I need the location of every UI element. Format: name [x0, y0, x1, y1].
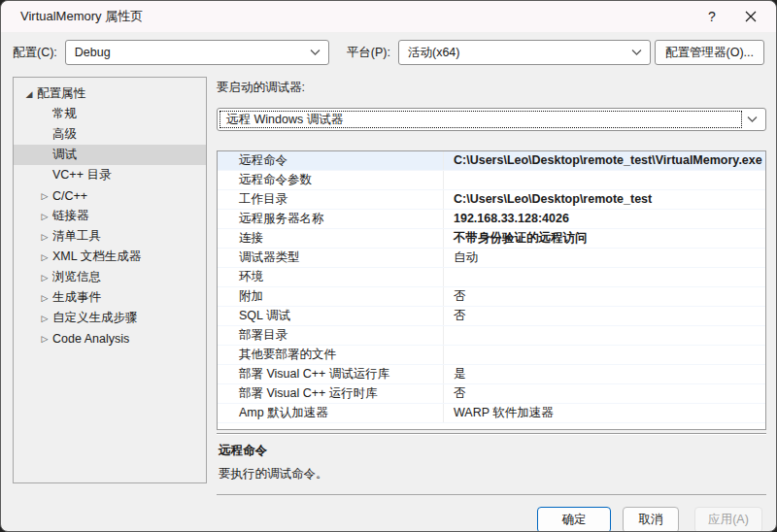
debugger-dropdown[interactable]: 远程 Windows 调试器 [217, 108, 766, 131]
tree-item-6[interactable]: ▷清单工具 [14, 226, 206, 247]
tree-item-10[interactable]: ▷自定义生成步骤 [14, 308, 206, 328]
property-name: 远程命令 [218, 151, 444, 170]
property-name: 工作目录 [218, 190, 444, 209]
tree-item-5[interactable]: ▷链接器 [14, 206, 206, 226]
property-grid: 远程命令C:\Users\Leo\Desktop\remote_test\Vir… [217, 150, 766, 430]
property-value[interactable]: 192.168.33.128:4026 [444, 210, 765, 228]
tree-item-label: 浏览信息 [52, 269, 101, 285]
configuration-toolbar: 配置(C): Debug 平台(P): 活动(x64) 配置管理器(O)... [1, 32, 776, 73]
property-row[interactable]: SQL 调试否 [218, 307, 765, 326]
dialog-title: VirtualMemory 属性页 [1, 8, 693, 25]
tree-item-2[interactable]: 调试 [14, 145, 206, 165]
tree-item-label: 生成事件 [52, 289, 101, 306]
tree-item-9[interactable]: ▷生成事件 [14, 287, 206, 308]
property-name: Amp 默认加速器 [218, 404, 444, 422]
chevron-down-icon [310, 50, 321, 56]
tree-item-label: 自定义生成步骤 [52, 310, 138, 326]
property-name: SQL 调试 [218, 307, 444, 325]
expander-collapsed-icon[interactable]: ▷ [37, 273, 52, 283]
expander-collapsed-icon[interactable]: ▷ [37, 293, 52, 303]
property-value[interactable]: 否 [444, 287, 765, 306]
configuration-dropdown[interactable]: Debug [65, 40, 329, 65]
expander-collapsed-icon[interactable]: ▷ [37, 314, 52, 323]
expander-collapsed-icon[interactable]: ▷ [37, 191, 52, 201]
property-name: 附加 [218, 287, 444, 306]
debugger-to-launch-label: 要启动的调试器: [217, 79, 766, 96]
property-name: 连接 [218, 229, 444, 248]
property-value[interactable]: C:\Users\Leo\Desktop\remote_test\Virtual… [444, 151, 765, 170]
property-category-tree: ◢配置属性常规高级调试VC++ 目录▷C/C++▷链接器▷清单工具▷XML 文档… [13, 77, 207, 483]
property-row[interactable]: 其他要部署的文件 [218, 346, 765, 365]
property-row[interactable]: 调试器类型自动 [218, 249, 765, 268]
expander-collapsed-icon[interactable]: ▷ [37, 334, 52, 344]
property-value[interactable] [444, 346, 765, 364]
tree-item-label: 常规 [52, 106, 77, 122]
platform-label: 平台(P): [347, 45, 390, 61]
property-name: 环境 [218, 268, 444, 286]
property-row[interactable]: 工作目录C:\Users\Leo\Desktop\remote_test [218, 190, 765, 210]
property-row[interactable]: 远程命令参数 [218, 171, 765, 190]
property-value[interactable]: 自动 [444, 249, 765, 267]
property-value[interactable]: 否 [444, 307, 765, 325]
property-value[interactable] [444, 171, 765, 189]
tree-item-3[interactable]: VC++ 目录 [14, 165, 206, 185]
close-button[interactable] [731, 2, 770, 31]
ok-button[interactable]: 确定 [537, 507, 611, 532]
property-value[interactable]: C:\Users\Leo\Desktop\remote_test [444, 190, 765, 209]
platform-value: 活动(x64) [408, 45, 459, 61]
property-row[interactable]: 环境 [218, 268, 765, 287]
cancel-button[interactable]: 取消 [623, 507, 679, 532]
configuration-label: 配置(C): [13, 45, 57, 61]
chevron-down-icon [631, 50, 642, 56]
debugger-selected-value: 远程 Windows 调试器 [226, 112, 343, 128]
tree-item-label: Code Analysis [52, 332, 129, 346]
tree-item-label: 配置属性 [37, 85, 85, 102]
expander-collapsed-icon[interactable]: ▷ [37, 232, 52, 242]
property-name: 其他要部署的文件 [218, 346, 444, 364]
expander-collapsed-icon[interactable]: ▷ [37, 212, 52, 221]
property-name: 调试器类型 [218, 249, 444, 267]
property-description: 远程命令 要执行的调试命令。 [217, 435, 766, 494]
help-button[interactable]: ? [693, 2, 731, 31]
tree-item-1[interactable]: 高级 [14, 124, 206, 145]
property-value[interactable]: 是 [444, 365, 765, 383]
dialog-footer: 确定 取消 应用(A) [1, 495, 776, 532]
property-row[interactable]: Amp 默认加速器WARP 软件加速器 [218, 404, 765, 423]
footer-separator [217, 494, 766, 495]
title-bar: VirtualMemory 属性页 ? [1, 1, 776, 32]
debug-settings-panel: 要启动的调试器: 远程 Windows 调试器 远程命令C:\Users\Leo… [217, 77, 766, 495]
property-row[interactable]: 连接不带身份验证的远程访问 [218, 229, 765, 249]
property-value[interactable]: 否 [444, 384, 765, 403]
property-name: 远程服务器名称 [218, 210, 444, 228]
expander-expanded-icon[interactable]: ◢ [21, 89, 37, 99]
tree-item-label: 高级 [52, 126, 77, 143]
property-name: 远程命令参数 [218, 171, 444, 189]
tree-item-7[interactable]: ▷XML 文档生成器 [14, 247, 206, 267]
apply-button[interactable]: 应用(A) [694, 507, 762, 532]
property-value[interactable] [444, 268, 765, 286]
tree-item-label: C/C++ [52, 189, 87, 203]
property-row[interactable]: 远程服务器名称192.168.33.128:4026 [218, 210, 765, 229]
tree-item-8[interactable]: ▷浏览信息 [14, 267, 206, 287]
property-row[interactable]: 部署 Visual C++ 运行时库否 [218, 384, 765, 404]
tree-item-label: 链接器 [52, 208, 89, 224]
property-row[interactable]: 附加否 [218, 287, 765, 307]
tree-item-root[interactable]: ◢配置属性 [14, 83, 206, 104]
tree-item-label: 调试 [52, 147, 77, 163]
property-name: 部署 Visual C++ 调试运行库 [218, 365, 444, 383]
property-value[interactable]: 不带身份验证的远程访问 [444, 229, 765, 248]
property-value[interactable] [444, 326, 765, 345]
description-text: 要执行的调试命令。 [219, 466, 764, 482]
property-row[interactable]: 部署目录 [218, 326, 765, 346]
property-row[interactable]: 部署 Visual C++ 调试运行库是 [218, 365, 765, 384]
property-name: 部署 Visual C++ 运行时库 [218, 384, 444, 403]
property-row[interactable]: 远程命令C:\Users\Leo\Desktop\remote_test\Vir… [218, 151, 765, 171]
configuration-manager-button[interactable]: 配置管理器(O)... [655, 40, 764, 65]
tree-item-0[interactable]: 常规 [14, 104, 206, 124]
tree-item-4[interactable]: ▷C/C++ [14, 185, 206, 206]
platform-dropdown[interactable]: 活动(x64) [398, 40, 651, 65]
tree-item-11[interactable]: ▷Code Analysis [14, 328, 206, 349]
expander-collapsed-icon[interactable]: ▷ [37, 252, 52, 262]
property-value[interactable]: WARP 软件加速器 [444, 404, 765, 422]
property-pages-dialog: VirtualMemory 属性页 ? 配置(C): Debug 平台(P): … [0, 0, 777, 532]
